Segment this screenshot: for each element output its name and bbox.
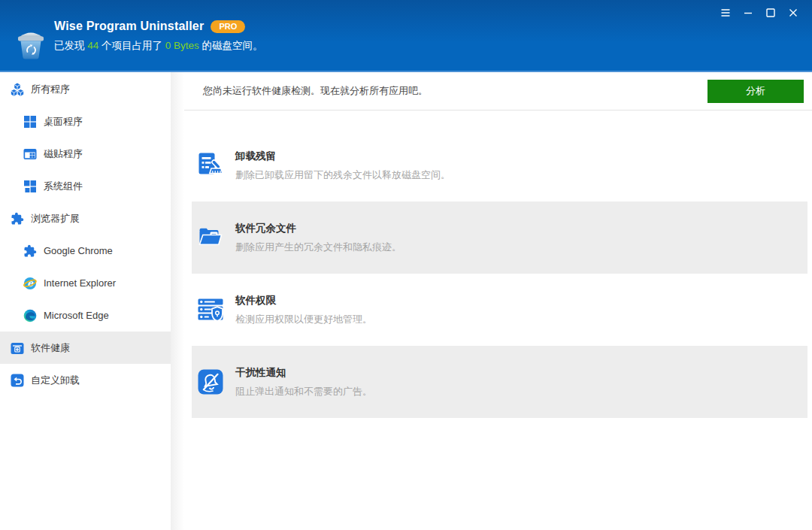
menu-button[interactable] — [714, 4, 737, 22]
app-logo-icon — [14, 27, 47, 60]
item-title: 软件权限 — [235, 294, 372, 307]
sidebar-item-label: Microsoft Edge — [44, 310, 109, 321]
header-titles: Wise Program Uninstaller PRO 已发现 44 个项目占… — [54, 20, 263, 53]
minimize-button[interactable] — [737, 4, 759, 22]
maximize-button[interactable] — [759, 4, 782, 22]
list-item-redundant-files[interactable]: 软件冗余文件 删除应用产生的冗余文件和隐私痕迹。 — [192, 201, 807, 274]
maximize-icon — [765, 7, 777, 19]
close-button[interactable] — [782, 4, 804, 22]
summary-middle: 个项目占用了 — [98, 40, 165, 51]
title-bar: Wise Program Uninstaller PRO 已发现 44 个项目占… — [0, 0, 812, 72]
sidebar-item-software-health[interactable]: 软件健康 — [0, 332, 171, 364]
item-description: 检测应用权限以便更好地管理。 — [235, 313, 372, 326]
sidebar-item-all-programs[interactable]: 所有程序 — [0, 73, 171, 105]
sidebar-divider — [171, 72, 184, 530]
leftovers-broom-icon — [198, 153, 223, 178]
list-item-intrusive-notifications[interactable]: 干扰性通知 阻止弹出通知和不需要的广告。 — [192, 346, 807, 418]
folder-files-icon — [198, 225, 223, 250]
server-shield-icon — [198, 297, 223, 323]
item-title: 卸载残留 — [235, 150, 450, 163]
list-item-software-permissions[interactable]: 软件权限 检测应用权限以便更好地管理。 — [192, 274, 807, 346]
found-count: 44 — [87, 40, 98, 51]
pro-badge: PRO — [211, 20, 245, 33]
tile-window-icon — [23, 147, 37, 161]
item-text: 软件冗余文件 删除应用产生的冗余文件和隐私痕迹。 — [235, 222, 401, 254]
sidebar-item-internet-explorer[interactable]: e Internet Explorer — [0, 267, 171, 299]
components-icon — [23, 180, 37, 193]
puzzle-icon — [23, 244, 37, 258]
window-controls — [714, 4, 804, 22]
sidebar-item-label: Google Chrome — [44, 245, 113, 256]
sidebar-item-tile-programs[interactable]: 磁贴程序 — [0, 138, 171, 170]
sidebar-item-label: 软件健康 — [31, 341, 70, 355]
health-kit-icon — [11, 341, 24, 355]
summary-prefix: 已发现 — [54, 40, 87, 51]
item-description: 阻止弹出通知和不需要的广告。 — [235, 385, 372, 398]
sidebar-item-microsoft-edge[interactable]: Microsoft Edge — [0, 299, 171, 332]
sidebar-item-label: 自定义卸载 — [31, 374, 80, 387]
analysis-banner: 您尚未运行软件健康检测。现在就分析所有应用吧。 分析 — [184, 72, 812, 111]
health-feature-list: 卸载残留 删除已卸载应用留下的残余文件以释放磁盘空间。 — [192, 129, 807, 418]
item-description: 删除应用产生的冗余文件和隐私痕迹。 — [235, 241, 401, 254]
window-tiles-icon — [23, 115, 37, 129]
edge-icon — [23, 309, 37, 323]
muted-bell-icon — [198, 369, 223, 395]
sidebar: 所有程序 桌面程序 — [0, 72, 171, 530]
sidebar-item-label: 桌面程序 — [44, 115, 83, 129]
svg-text:e: e — [27, 277, 34, 289]
item-description: 删除已卸载应用留下的残余文件以释放磁盘空间。 — [235, 168, 450, 182]
list-item-uninstall-leftovers[interactable]: 卸载残留 删除已卸载应用留下的残余文件以释放磁盘空间。 — [192, 129, 807, 201]
cubes-icon — [11, 83, 24, 96]
app-window: Wise Program Uninstaller PRO 已发现 44 个项目占… — [0, 0, 812, 530]
sidebar-item-google-chrome[interactable]: Google Chrome — [0, 235, 171, 267]
sidebar-item-label: Internet Explorer — [44, 277, 116, 289]
item-text: 卸载残留 删除已卸载应用留下的残余文件以释放磁盘空间。 — [235, 150, 450, 182]
item-text: 干扰性通知 阻止弹出通知和不需要的广告。 — [235, 366, 372, 398]
app-body: 所有程序 桌面程序 — [0, 72, 812, 530]
undo-arrow-icon — [11, 374, 24, 387]
sidebar-item-system-components[interactable]: 系统组件 — [0, 170, 171, 202]
item-title: 干扰性通知 — [235, 366, 372, 380]
analyze-button[interactable]: 分析 — [707, 80, 804, 103]
item-text: 软件权限 检测应用权限以便更好地管理。 — [235, 294, 372, 326]
sidebar-item-label: 浏览器扩展 — [31, 212, 80, 226]
app-title: Wise Program Uninstaller — [54, 20, 204, 33]
puzzle-icon — [11, 212, 24, 226]
sidebar-item-label: 系统组件 — [44, 180, 83, 193]
sidebar-item-browser-extensions[interactable]: 浏览器扩展 — [0, 202, 171, 235]
analysis-message: 您尚未运行软件健康检测。现在就分析所有应用吧。 — [203, 84, 707, 98]
scan-summary: 已发现 44 个项目占用了 0 Bytes 的磁盘空间。 — [54, 39, 263, 53]
sidebar-item-label: 所有程序 — [31, 83, 70, 96]
hamburger-icon — [720, 7, 732, 19]
sidebar-item-custom-uninstall[interactable]: 自定义卸载 — [0, 364, 171, 396]
minimize-icon — [742, 7, 754, 19]
sidebar-item-desktop-programs[interactable]: 桌面程序 — [0, 105, 171, 138]
sidebar-item-label: 磁贴程序 — [44, 147, 83, 161]
item-title: 软件冗余文件 — [235, 222, 401, 235]
internet-explorer-icon: e — [23, 277, 37, 290]
summary-suffix: 的磁盘空间。 — [199, 40, 263, 51]
main-panel: 您尚未运行软件健康检测。现在就分析所有应用吧。 分析 — [184, 72, 812, 530]
close-icon — [787, 7, 799, 19]
found-size: 0 Bytes — [165, 40, 199, 51]
